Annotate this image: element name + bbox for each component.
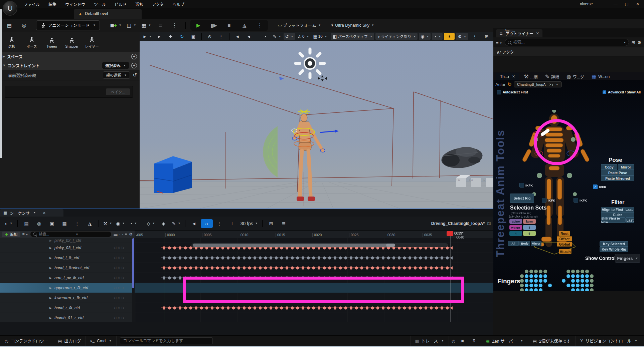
track-row-arm_l_pv_ik_ctrl[interactable]: ▶arm_l_pv_ik_ctrl◁◇▷	[0, 273, 132, 283]
finger-dot-blue[interactable]	[539, 288, 542, 291]
platforms-dropdown[interactable]: ▭ プラットフォーム▼	[276, 21, 323, 30]
rig-root-button[interactable]: Root	[559, 231, 570, 236]
blueprints-icon[interactable]: ◫▼	[125, 21, 138, 30]
right-hand-finger-grid[interactable]	[520, 270, 553, 291]
expand-tracks-icon[interactable]: ▭	[119, 232, 123, 237]
track-search-input[interactable]	[38, 232, 73, 237]
render-movie-icon[interactable]: ▦	[58, 219, 70, 228]
selection-set-weapr[interactable]: weapr	[509, 225, 522, 230]
unsaved-button[interactable]: ▤ 2個が未保存です	[528, 336, 576, 346]
menu-item-2[interactable]: ウィンドウ	[61, 0, 90, 8]
finger-dot-green[interactable]	[590, 279, 594, 283]
menu-item-5[interactable]: 選択	[131, 0, 148, 8]
perspective-dropdown[interactable]: ◧パースペクティブ▼	[331, 33, 374, 40]
anim-pose-icon[interactable]: ◄	[244, 33, 254, 40]
align-to-first-button[interactable]: Align to First	[601, 207, 624, 212]
finger-dot-blue[interactable]	[576, 288, 580, 291]
left-hand-finger-grid[interactable]	[562, 270, 595, 291]
tab-threepeat[interactable]: Th...r ✕	[496, 73, 519, 81]
move-tool-icon[interactable]: ✚	[165, 33, 176, 40]
finger-dot-green[interactable]	[567, 270, 570, 273]
fps-dropdown[interactable]: 30 fps▼	[239, 219, 260, 228]
edit-select-icon[interactable]: ◄	[188, 219, 200, 228]
finger-dot-green[interactable]	[520, 279, 524, 283]
advanced-show-all-checkbox[interactable]: ✓ Advanced / Show All	[603, 90, 641, 94]
editor-modes-icon[interactable]: ≣	[155, 21, 167, 30]
finger-dot-blue[interactable]	[576, 274, 580, 278]
render-overflow-icon[interactable]: ⋮	[71, 219, 83, 228]
ultra-dynamic-sky-dropdown[interactable]: ☀ Ultra Dynamic Sky▼	[329, 21, 376, 30]
finger-dot-blue[interactable]	[581, 284, 584, 287]
zen-server-dropdown[interactable]: ▦ Zen サーバー▼	[481, 336, 528, 346]
selection-set-larm[interactable]: larm	[523, 219, 536, 224]
auto-key-icon[interactable]: ◈	[158, 219, 170, 228]
select-tool-icon[interactable]: ►	[154, 33, 165, 40]
cmd-dropdown[interactable]: ▸_ Cmd▼	[86, 336, 117, 346]
snap-toggle-icon[interactable]: ∩	[201, 219, 213, 228]
outliner-settings-icon[interactable]: ⚙	[637, 40, 641, 45]
show-flags-dropdown[interactable]: ◉▼	[419, 33, 431, 40]
screenshot-icon[interactable]: ▣	[461, 338, 465, 343]
finger-dot-green[interactable]	[571, 270, 575, 273]
outliner-search-input[interactable]	[513, 40, 621, 45]
shift-last-button[interactable]: Last	[626, 218, 634, 223]
play-options-icon[interactable]: ⋮	[254, 21, 266, 30]
sequence-hierarchy-icon[interactable]: ≣	[278, 219, 290, 228]
frame-skip-icon[interactable]: ▮▶	[208, 21, 220, 30]
tab-world-settings[interactable]: ▦W...on	[592, 73, 610, 80]
play-icon[interactable]: ▶	[192, 21, 204, 30]
tab-details[interactable]: ✎詳細	[545, 73, 559, 80]
create-folder-icon[interactable]: ⊞	[631, 40, 635, 45]
finger-dot-blue[interactable]	[525, 288, 528, 291]
finger-dot-blue[interactable]	[534, 274, 538, 278]
constraint-section-header[interactable]: ▼ コンストレイント 選択済み▼ +	[0, 61, 140, 70]
restore-button[interactable]: ▢	[625, 2, 629, 6]
tab-outliner[interactable]: ≣ Anim... アウトライナー ✕	[496, 29, 542, 37]
finger-dot-blue[interactable]	[543, 274, 547, 278]
create-camera-icon[interactable]: ▣	[46, 219, 58, 228]
lane-arm_l_pv_ik_ctrl[interactable]	[135, 273, 493, 283]
playback-options-dropdown[interactable]: ◔▼	[127, 219, 139, 228]
tab-world[interactable]: ◍ワ...グ	[567, 73, 584, 80]
track-row-upperarm_r_fk_ctrl[interactable]: ▶upperarm_r_fk_ctrl◁◇▷	[0, 283, 132, 293]
shift-first-to-now-button[interactable]: Shift First to Now	[601, 218, 626, 223]
quad-view-icon[interactable]: ⊞	[481, 33, 492, 40]
finger-dot-blue[interactable]	[539, 284, 542, 287]
edit-options-dropdown[interactable]: ✎▼	[170, 219, 182, 228]
finger-dot-blue[interactable]	[581, 288, 584, 291]
close-tab-icon[interactable]: ✕	[536, 31, 539, 36]
finger-dot-green[interactable]	[520, 288, 524, 291]
close-button[interactable]: ✕	[636, 2, 639, 6]
paste-mirrored-button[interactable]: Paste Mirrored	[601, 176, 634, 181]
anim-tool-tween[interactable]: Tween	[42, 35, 61, 48]
keyframe-nav-icons[interactable]: ◁◇▷	[114, 246, 126, 250]
align-to-last-button[interactable]: Last	[624, 207, 634, 212]
menu-item-6[interactable]: アクタ	[148, 0, 168, 8]
space-section-header[interactable]: ▶ スペース +	[0, 52, 140, 61]
rig-attach-button[interactable]: Attach	[559, 249, 572, 254]
menu-item-1[interactable]: 編集	[44, 0, 61, 8]
finger-dot-green[interactable]	[590, 288, 594, 291]
curve-editor-icon[interactable]: ⊞	[265, 219, 277, 228]
close-tab-icon[interactable]: ✕	[512, 74, 515, 79]
hourglass-icon[interactable]: ⧖	[473, 338, 476, 343]
finger-dot-green[interactable]	[529, 270, 533, 273]
expand-arrow-icon[interactable]: ▶	[49, 266, 52, 270]
pose-copy-button[interactable]: Copy	[601, 164, 617, 170]
viewport[interactable]: ►▼►✚↻▣⊙⋮◄◄◔✎▼↺▼∠0▼▦10▼ ◧パースペクティブ▼◑ライティング…	[140, 32, 493, 209]
save-icon[interactable]: ▤	[3, 21, 15, 30]
constraint-filter-dropdown[interactable]: 選択済み▼	[102, 62, 129, 69]
view-mode-dropdown[interactable]: ◑ライティングあり▼	[375, 33, 418, 40]
editor-mode-dropdown[interactable]: アニメーションモード ▼	[36, 20, 100, 30]
finger-dot-blue[interactable]	[576, 284, 580, 287]
actor-dropdown[interactable]: ChantingB_loopA --> ı▼	[514, 81, 562, 87]
finger-dot-green[interactable]	[534, 270, 538, 273]
track-row-thumb_01_r_ctrl[interactable]: ▶thumb_01_r_ctrl◁◇▷	[0, 313, 132, 322]
anim-select-icon[interactable]: ◄	[232, 33, 243, 40]
menu-item-7[interactable]: ヘルプ	[168, 0, 189, 8]
key-whole-rig-button[interactable]: Key Whole Rig	[600, 247, 628, 252]
keyframe-options-dropdown[interactable]: ◇▼	[145, 219, 157, 228]
finger-dot-blue[interactable]	[581, 279, 584, 283]
lane-lowerarm_r_fk_ctrl[interactable]	[135, 293, 493, 303]
add-track-button[interactable]: ＋ 追加	[2, 232, 20, 237]
